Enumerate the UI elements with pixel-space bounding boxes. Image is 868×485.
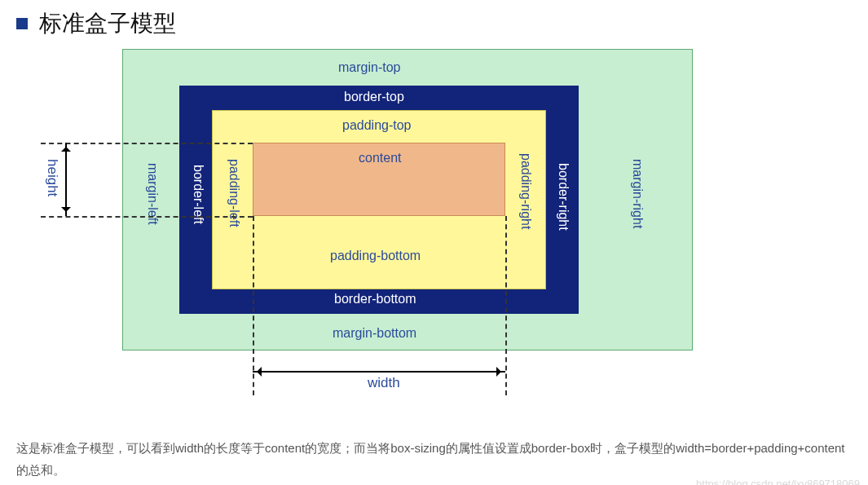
label-margin-top: margin-top (338, 60, 400, 75)
label-padding-top: padding-top (342, 118, 412, 133)
label-padding-right: padding-right (518, 153, 533, 229)
box-model-diagram: margin-top border-top padding-top conten… (16, 49, 852, 432)
label-width: width (364, 375, 403, 391)
watermark: https://blog.csdn.net/lxy869718069 (696, 478, 860, 485)
bullet-icon (16, 18, 28, 29)
width-arrow (253, 371, 505, 373)
label-margin-bottom: margin-bottom (333, 326, 416, 341)
label-margin-right: margin-right (630, 159, 645, 228)
label-border-top: border-top (344, 90, 404, 104)
label-padding-bottom: padding-bottom (330, 249, 421, 263)
page-title: 标准盒子模型 (39, 8, 176, 39)
label-border-left: border-left (191, 165, 205, 224)
label-height: height (41, 159, 64, 196)
caption-text: 这是标准盒子模型，可以看到width的长度等于content的宽度；而当将box… (16, 437, 852, 481)
guide-height-bottom (41, 216, 253, 218)
height-arrow (65, 143, 67, 216)
label-content: content (359, 151, 401, 165)
label-border-right: border-right (556, 163, 571, 231)
guide-height-top (41, 143, 253, 144)
header: 标准盒子模型 (16, 8, 852, 39)
label-border-bottom: border-bottom (334, 292, 416, 306)
